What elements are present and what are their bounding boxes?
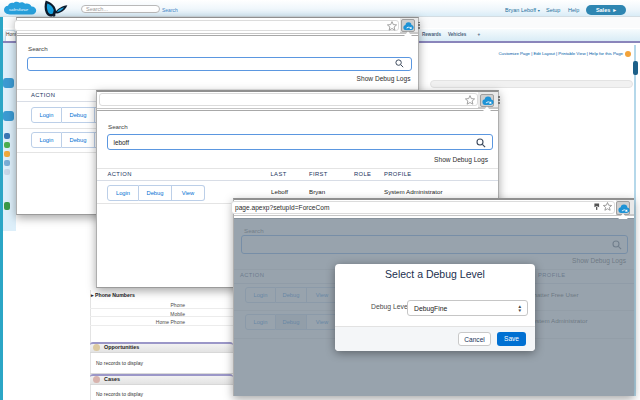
svg-text:salesforce: salesforce xyxy=(9,7,29,12)
